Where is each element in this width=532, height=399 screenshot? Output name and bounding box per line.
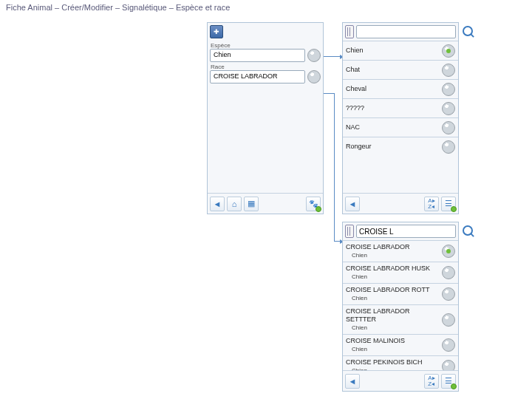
connector-species <box>324 56 343 57</box>
species-search-input[interactable] <box>356 25 456 38</box>
race-row-label: CROISE LABRADOR SETTTERChien <box>346 307 439 332</box>
field-race: Race CROISE LABRADOR <box>210 64 321 83</box>
back-button[interactable] <box>210 197 225 211</box>
species-row[interactable]: Chien <box>343 41 458 60</box>
race-row-label: CROISE LABRADOR ROTTChien <box>346 286 439 302</box>
race-searchbar <box>343 222 458 240</box>
race-row-label: CROISE MALINOISChien <box>346 337 439 353</box>
species-select-button[interactable] <box>442 121 455 134</box>
species-row-label: Chien <box>346 47 439 55</box>
species-add-button[interactable]: ☰ <box>441 197 456 211</box>
race-row-sub: Chien <box>352 273 439 281</box>
species-row[interactable]: Rongeur <box>343 137 458 156</box>
species-row[interactable]: NAC <box>343 117 458 137</box>
race-row-sub: Chien <box>352 294 439 302</box>
race-back-button[interactable] <box>345 374 360 389</box>
list-icon <box>345 225 354 238</box>
species-row[interactable]: Cheval <box>343 79 458 98</box>
species-select-button[interactable] <box>442 64 455 77</box>
race-sort-button[interactable]: A▸Z◂ <box>424 374 439 389</box>
species-row-label: Rongeur <box>346 143 439 151</box>
race-toolbar: A▸Z◂ ☰ <box>343 370 458 391</box>
species-row-label: Chat <box>346 66 439 74</box>
race-select-button[interactable] <box>442 266 455 279</box>
race-row-sub: Chien <box>352 345 439 353</box>
list-icon <box>345 25 354 38</box>
field-race-label: Race <box>210 64 321 70</box>
home-button[interactable] <box>227 197 242 211</box>
field-espece: Espèce Chien <box>210 42 321 62</box>
race-select-button[interactable] <box>442 245 455 258</box>
grid-button[interactable] <box>244 197 259 211</box>
panel-species-picker: ChienChatCheval?????NACRongeur A▸Z◂ ☰ <box>342 22 459 214</box>
panel-badge-icon: ✚ <box>210 25 223 38</box>
species-select-button[interactable] <box>442 44 455 58</box>
page-title: Fiche Animal – Créer/Modifier – Signalét… <box>6 3 230 12</box>
species-row-label: ????? <box>346 104 439 112</box>
search-icon[interactable] <box>463 26 476 39</box>
race-row-label: CROISE LABRADOR HUSKChien <box>346 265 439 281</box>
add-animal-button[interactable] <box>306 197 321 211</box>
species-row[interactable]: Chat <box>343 60 458 79</box>
search-icon[interactable] <box>463 225 476 239</box>
field-espece-value[interactable]: Chien <box>210 49 305 62</box>
race-row-sub: Chien <box>352 324 439 332</box>
field-espece-picker-button[interactable] <box>307 49 321 62</box>
species-row-label: NAC <box>346 123 439 132</box>
race-row[interactable]: CROISE MALINOISChien <box>343 334 458 355</box>
race-select-button[interactable] <box>442 287 455 301</box>
species-row-label: Cheval <box>346 85 439 93</box>
race-list: CROISE LABRADORChienCROISE LABRADOR HUSK… <box>343 240 458 377</box>
panel-race-picker: CROISE LABRADORChienCROISE LABRADOR HUSK… <box>342 222 459 392</box>
field-race-value[interactable]: CROISE LABRADOR <box>210 70 305 83</box>
race-select-button[interactable] <box>442 338 455 352</box>
race-add-button[interactable]: ☰ <box>441 374 456 389</box>
species-select-button[interactable] <box>442 140 455 154</box>
race-row-label: CROISE LABRADORChien <box>346 243 439 259</box>
race-row[interactable]: CROISE LABRADOR HUSKChien <box>343 262 458 283</box>
connector-race-b <box>334 93 335 241</box>
form-topbar: ✚ <box>208 23 323 41</box>
form-toolbar <box>208 193 323 214</box>
species-toolbar: A▸Z◂ ☰ <box>343 193 458 214</box>
field-espece-label: Espèce <box>210 42 321 49</box>
race-row[interactable]: CROISE LABRADORChien <box>343 240 458 262</box>
species-row[interactable]: ????? <box>343 98 458 117</box>
species-select-button[interactable] <box>442 102 455 115</box>
race-row[interactable]: CROISE LABRADOR SETTTERChien <box>343 304 458 334</box>
field-race-picker-button[interactable] <box>307 70 321 83</box>
species-list: ChienChatCheval?????NACRongeur <box>343 41 458 156</box>
species-select-button[interactable] <box>442 83 455 96</box>
race-row-sub: Chien <box>352 251 439 259</box>
species-searchbar <box>343 23 458 41</box>
race-row[interactable]: CROISE LABRADOR ROTTChien <box>343 283 458 304</box>
connector-race-a <box>324 93 334 94</box>
panel-animal-form: ✚ Espèce Chien Race CROISE LABRADOR <box>207 22 324 214</box>
race-search-input[interactable] <box>356 225 456 238</box>
species-back-button[interactable] <box>345 197 360 211</box>
race-select-button[interactable] <box>442 313 455 327</box>
species-sort-button[interactable]: A▸Z◂ <box>424 197 439 211</box>
